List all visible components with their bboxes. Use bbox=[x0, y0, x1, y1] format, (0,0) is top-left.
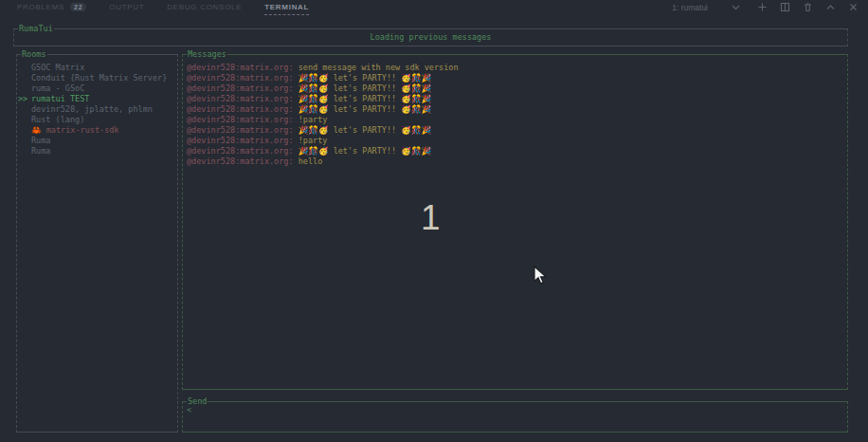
send-input-prompt[interactable]: < bbox=[183, 402, 847, 415]
loading-status-text: Loading previous messages bbox=[14, 29, 847, 43]
terminal-picker-dropdown[interactable]: 1: rumatui bbox=[672, 2, 745, 12]
terminal-actions: 1: rumatui bbox=[672, 2, 859, 12]
rumatui-title: RumaTui bbox=[18, 24, 54, 34]
room-row[interactable]: 🦀 matrix-rust-sdk bbox=[17, 125, 177, 136]
tab-output[interactable]: OUTPUT bbox=[109, 3, 144, 11]
room-row[interactable]: Ruma bbox=[17, 146, 177, 157]
room-name: devinr528, jplatte, phlmn bbox=[31, 104, 153, 115]
rooms-panel: Rooms GSOC Matrix Conduit {Rust Matrix S… bbox=[16, 54, 178, 433]
room-name: Ruma bbox=[31, 146, 50, 157]
message-text: send message with new sdk version bbox=[298, 63, 459, 72]
room-row[interactable]: Rust (lang) bbox=[17, 115, 177, 125]
message-sender: @devinr528:matrix.org: bbox=[187, 73, 298, 83]
room-name: rumatui TEST bbox=[31, 94, 89, 104]
tab-terminal[interactable]: TERMINAL bbox=[264, 3, 309, 11]
message-text: 🎉🎊🥳 let's PARTY!! 🥳🎊🎉 bbox=[298, 104, 431, 114]
messages-panel: Messages @devinr528:matrix.org: send mes… bbox=[182, 54, 848, 390]
vscode-terminal-panel: PROBLEMS 22 OUTPUT DEBUG CONSOLE TERMINA… bbox=[0, 0, 868, 442]
tab-problems[interactable]: PROBLEMS 22 bbox=[17, 3, 86, 11]
room-row[interactable]: Conduit {Rust Matrix Server} bbox=[17, 73, 177, 83]
room-selection-marker bbox=[17, 125, 31, 136]
room-row[interactable]: GSOC Matrix bbox=[17, 63, 177, 73]
new-terminal-icon[interactable] bbox=[757, 2, 768, 12]
message-sender: @devinr528:matrix.org: bbox=[187, 104, 298, 114]
tab-debug-console[interactable]: DEBUG CONSOLE bbox=[167, 3, 242, 11]
message-text: !party bbox=[298, 136, 328, 145]
close-panel-icon[interactable] bbox=[848, 2, 859, 12]
chevron-down-icon bbox=[731, 2, 741, 12]
message-text: 🎉🎊🥳 let's PARTY!! 🥳🎊🎉 bbox=[298, 125, 431, 135]
room-selection-marker bbox=[17, 146, 31, 157]
message-row: @devinr528:matrix.org: hello bbox=[187, 157, 847, 167]
room-selection-marker bbox=[17, 83, 31, 94]
rooms-panel-title: Rooms bbox=[21, 49, 47, 60]
maximize-panel-chevron-up-icon[interactable] bbox=[825, 2, 836, 12]
problems-count-badge: 22 bbox=[70, 3, 86, 11]
message-text: 🎉🎊🥳 let's PARTY!! 🥳🎊🎉 bbox=[298, 94, 431, 103]
tab-problems-label: PROBLEMS bbox=[17, 3, 64, 11]
room-row[interactable]: ruma - GSoC bbox=[17, 83, 177, 94]
rumatui-header-box: RumaTui Loading previous messages bbox=[13, 28, 848, 46]
room-selection-marker bbox=[17, 73, 31, 83]
message-sender: @devinr528:matrix.org: bbox=[187, 94, 298, 103]
message-sender: @devinr528:matrix.org: bbox=[187, 63, 298, 72]
message-sender: @devinr528:matrix.org: bbox=[187, 157, 298, 166]
message-sender: @devinr528:matrix.org: bbox=[187, 125, 298, 135]
room-selection-marker bbox=[17, 136, 31, 146]
split-terminal-icon[interactable] bbox=[780, 2, 790, 12]
room-row[interactable]: >> rumatui TEST bbox=[17, 94, 177, 104]
message-sender: @devinr528:matrix.org: bbox=[187, 83, 298, 93]
kill-terminal-trash-icon[interactable] bbox=[803, 2, 813, 12]
message-row: @devinr528:matrix.org: 🎉🎊🥳 let's PARTY!!… bbox=[187, 73, 847, 83]
room-row[interactable]: devinr528, jplatte, phlmn bbox=[17, 104, 177, 115]
message-row: @devinr528:matrix.org: !party bbox=[187, 115, 847, 125]
message-row: @devinr528:matrix.org: 🎉🎊🥳 let's PARTY!!… bbox=[187, 146, 847, 157]
room-name: 🦀 matrix-rust-sdk bbox=[31, 125, 119, 136]
panel-tabbar: PROBLEMS 22 OUTPUT DEBUG CONSOLE TERMINA… bbox=[0, 0, 868, 14]
terminal-picker-label: 1: rumatui bbox=[672, 3, 708, 12]
send-panel[interactable]: Send < bbox=[182, 401, 848, 433]
room-name: GSOC Matrix bbox=[31, 63, 84, 73]
message-row: @devinr528:matrix.org: !party bbox=[187, 136, 847, 146]
send-panel-title: Send bbox=[187, 396, 208, 407]
message-text: !party bbox=[298, 115, 328, 124]
message-row: @devinr528:matrix.org: 🎉🎊🥳 let's PARTY!!… bbox=[187, 125, 847, 136]
message-sender: @devinr528:matrix.org: bbox=[187, 146, 298, 156]
message-row: @devinr528:matrix.org: 🎉🎊🥳 let's PARTY!!… bbox=[187, 94, 847, 104]
message-row: @devinr528:matrix.org: 🎉🎊🥳 let's PARTY!!… bbox=[187, 83, 847, 94]
room-name: Ruma bbox=[31, 136, 50, 146]
message-text: 🎉🎊🥳 let's PARTY!! 🥳🎊🎉 bbox=[298, 73, 431, 83]
messages-list: @devinr528:matrix.org: send message with… bbox=[183, 55, 847, 167]
room-name: ruma - GSoC bbox=[31, 83, 84, 94]
room-selection-marker bbox=[17, 115, 31, 125]
mouse-cursor bbox=[533, 266, 548, 285]
message-text: 🎉🎊🥳 let's PARTY!! 🥳🎊🎉 bbox=[298, 146, 431, 156]
message-text: 🎉🎊🥳 let's PARTY!! 🥳🎊🎉 bbox=[298, 83, 431, 93]
message-row: @devinr528:matrix.org: 🎉🎊🥳 let's PARTY!!… bbox=[187, 104, 847, 115]
rooms-list: GSOC Matrix Conduit {Rust Matrix Server}… bbox=[17, 55, 177, 157]
room-selection-marker bbox=[17, 104, 31, 115]
room-selection-marker bbox=[17, 63, 31, 73]
message-sender: @devinr528:matrix.org: bbox=[187, 136, 298, 145]
panel-tabs: PROBLEMS 22 OUTPUT DEBUG CONSOLE TERMINA… bbox=[17, 3, 309, 11]
message-text: hello bbox=[298, 157, 323, 166]
room-row[interactable]: Ruma bbox=[17, 136, 177, 146]
room-name: Rust (lang) bbox=[31, 115, 84, 125]
messages-panel-title: Messages bbox=[187, 49, 227, 60]
room-selection-marker: >> bbox=[17, 94, 31, 104]
message-sender: @devinr528:matrix.org: bbox=[187, 115, 298, 124]
room-name: Conduit {Rust Matrix Server} bbox=[31, 73, 167, 83]
message-row: @devinr528:matrix.org: send message with… bbox=[187, 63, 847, 73]
terminal-group-number-overlay: 1 bbox=[421, 199, 449, 237]
